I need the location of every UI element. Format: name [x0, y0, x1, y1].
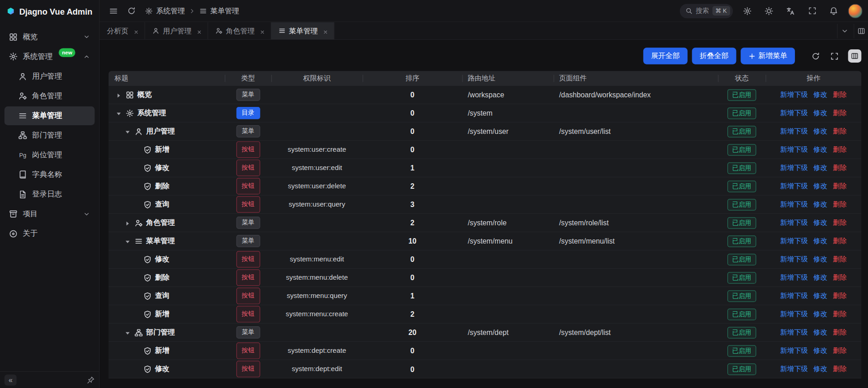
delete-action[interactable]: 删除	[833, 328, 847, 337]
breadcrumb-item-system[interactable]: 系统管理	[145, 6, 185, 16]
sidebar-item-dictionary-name[interactable]: 字典名称	[5, 165, 95, 184]
add-child-action[interactable]: 新增下级	[780, 255, 808, 264]
add-child-action[interactable]: 新增下级	[780, 200, 808, 209]
tab-role-management[interactable]: 角色管理	[208, 22, 271, 39]
refresh-table-button[interactable]	[808, 49, 823, 64]
close-icon[interactable]	[133, 28, 139, 33]
user-avatar[interactable]	[848, 4, 863, 18]
sidebar-item-menu-management[interactable]: 菜单管理	[5, 106, 95, 125]
add-child-action[interactable]: 新增下级	[780, 364, 808, 374]
delete-action[interactable]: 删除	[833, 218, 847, 228]
app-logo[interactable]: Djagno Vue Admin	[0, 0, 99, 22]
edit-action[interactable]: 修改	[814, 127, 827, 136]
sidebar-item-system-management[interactable]: 系统管理new	[5, 47, 95, 66]
breadcrumb-item-menu[interactable]: 菜单管理	[199, 6, 239, 16]
sidebar-toggle-button[interactable]	[106, 4, 121, 18]
notifications-button[interactable]	[826, 4, 841, 18]
edit-action[interactable]: 修改	[814, 309, 827, 319]
box-icon	[9, 209, 17, 218]
add-child-action[interactable]: 新增下级	[780, 163, 808, 173]
delete-action[interactable]: 删除	[833, 90, 847, 100]
close-icon[interactable]	[260, 28, 265, 33]
add-child-action[interactable]: 新增下级	[780, 346, 808, 356]
sidebar-item-user-management[interactable]: 用户管理	[5, 67, 95, 85]
caret-down-icon[interactable]	[124, 238, 132, 245]
caret-right-icon[interactable]	[124, 219, 132, 226]
search-input[interactable]: 搜索 ⌘ K	[679, 4, 733, 18]
delete-action[interactable]: 删除	[833, 291, 847, 301]
delete-action[interactable]: 删除	[833, 127, 847, 136]
edit-action[interactable]: 修改	[814, 145, 827, 154]
delete-action[interactable]: 删除	[833, 364, 847, 374]
sidebar-item-login-logs[interactable]: 登录日志	[5, 185, 95, 203]
edit-action[interactable]: 修改	[814, 200, 827, 209]
edit-action[interactable]: 修改	[814, 364, 827, 374]
tab-user-management[interactable]: 用户管理	[145, 22, 208, 39]
edit-action[interactable]: 修改	[814, 273, 827, 282]
add-menu-button[interactable]: 新增菜单	[741, 48, 795, 64]
close-icon[interactable]	[196, 28, 202, 33]
pin-icon[interactable]	[87, 376, 95, 384]
refresh-page-button[interactable]	[124, 4, 139, 18]
add-child-action[interactable]: 新增下级	[780, 236, 808, 246]
tab-list-dropdown-button[interactable]	[837, 24, 852, 38]
sort-cell: 1	[410, 292, 415, 300]
sidebar-item-post-management[interactable]: Pg岗位管理	[5, 145, 95, 164]
add-child-action[interactable]: 新增下级	[780, 145, 808, 154]
fullscreen-button[interactable]	[805, 4, 820, 18]
edit-action[interactable]: 修改	[814, 328, 827, 337]
add-child-action[interactable]: 新增下级	[780, 328, 808, 337]
add-child-action[interactable]: 新增下级	[780, 108, 808, 118]
delete-action[interactable]: 删除	[833, 273, 847, 282]
tab-analysis-page[interactable]: 分析页	[100, 22, 145, 39]
row-title: 概览	[137, 90, 152, 100]
sidebar-item-about[interactable]: 关于	[5, 224, 95, 243]
sidebar-item-project[interactable]: 项目	[5, 204, 95, 223]
add-child-action[interactable]: 新增下级	[780, 291, 808, 301]
column-settings-button[interactable]	[848, 49, 861, 63]
delete-action[interactable]: 删除	[833, 108, 847, 118]
edit-action[interactable]: 修改	[814, 346, 827, 356]
sidebar-collapse-button[interactable]: «	[5, 374, 17, 385]
delete-action[interactable]: 删除	[833, 163, 847, 173]
delete-action[interactable]: 删除	[833, 181, 847, 191]
close-icon[interactable]	[323, 28, 328, 33]
theme-toggle-button[interactable]	[762, 4, 776, 18]
delete-action[interactable]: 删除	[833, 145, 847, 154]
add-child-action[interactable]: 新增下级	[780, 309, 808, 319]
expand-all-button[interactable]: 展开全部	[643, 48, 688, 64]
language-button[interactable]	[784, 4, 798, 18]
edit-action[interactable]: 修改	[814, 236, 827, 246]
delete-action[interactable]: 删除	[833, 200, 847, 209]
tab-menu-management[interactable]: 菜单管理	[271, 22, 334, 39]
collapse-all-button[interactable]: 折叠全部	[692, 48, 736, 64]
sidebar-item-department-management[interactable]: 部门管理	[5, 126, 95, 144]
delete-action[interactable]: 删除	[833, 255, 847, 264]
edit-action[interactable]: 修改	[814, 181, 827, 191]
edit-action[interactable]: 修改	[814, 90, 827, 100]
caret-right-icon[interactable]	[115, 91, 122, 98]
delete-action[interactable]: 删除	[833, 309, 847, 319]
add-child-action[interactable]: 新增下级	[780, 127, 808, 136]
add-child-action[interactable]: 新增下级	[780, 181, 808, 191]
add-child-action[interactable]: 新增下级	[780, 273, 808, 282]
caret-down-icon[interactable]	[115, 109, 122, 117]
delete-action[interactable]: 删除	[833, 236, 847, 246]
add-child-action[interactable]: 新增下级	[780, 90, 808, 100]
sidebar-item-overview[interactable]: 概览	[5, 27, 95, 46]
add-child-action[interactable]: 新增下级	[780, 218, 808, 228]
delete-action[interactable]: 删除	[833, 346, 847, 356]
component-cell	[553, 250, 718, 268]
settings-button[interactable]	[740, 4, 755, 18]
edit-action[interactable]: 修改	[814, 218, 827, 228]
tab-layout-button[interactable]	[853, 24, 868, 38]
sidebar-item-role-management[interactable]: 角色管理	[5, 86, 95, 105]
edit-action[interactable]: 修改	[814, 108, 827, 118]
caret-down-icon[interactable]	[124, 128, 132, 135]
table-fullscreen-button[interactable]	[827, 49, 842, 64]
edit-action[interactable]: 修改	[814, 291, 827, 301]
row-title: 部门管理	[146, 328, 175, 338]
edit-action[interactable]: 修改	[814, 255, 827, 264]
caret-down-icon[interactable]	[124, 329, 132, 336]
edit-action[interactable]: 修改	[814, 163, 827, 173]
